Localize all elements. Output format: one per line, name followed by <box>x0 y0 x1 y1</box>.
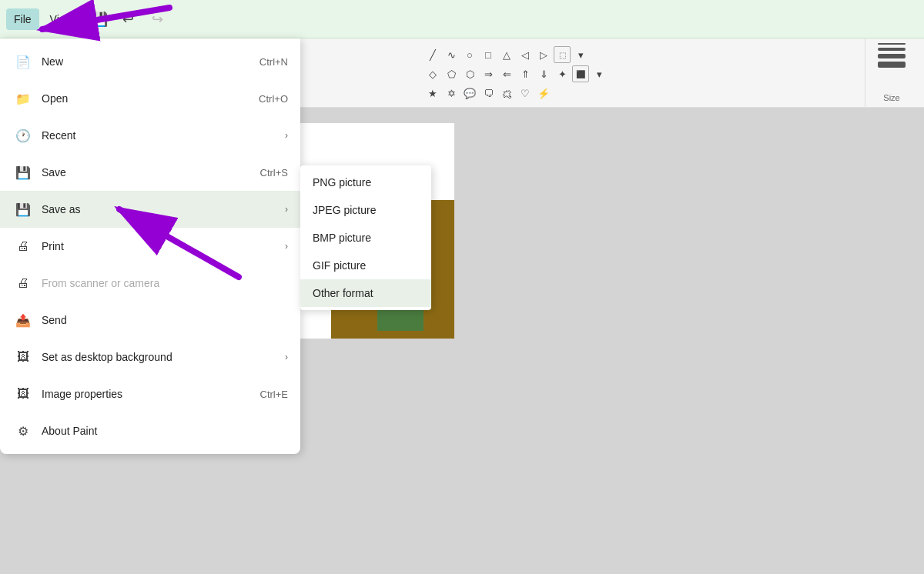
save-icon-btn[interactable]: 💾 <box>87 7 112 32</box>
lightning-shape[interactable]: ⚡ <box>535 85 552 102</box>
print-arrow: › <box>285 241 288 252</box>
pentagon-shape[interactable]: ⬠ <box>443 65 460 82</box>
arrow-l-shape[interactable]: ⇐ <box>498 65 515 82</box>
image-props-icon: 🖼 <box>12 383 34 405</box>
heart-shape[interactable]: ♡ <box>517 85 534 102</box>
image-props-shortcut: Ctrl+E <box>260 389 288 400</box>
about-label: About Paint <box>42 425 288 437</box>
size-3[interactable] <box>878 54 906 58</box>
arrow-right-shape[interactable]: ▷ <box>535 46 552 63</box>
submenu-jpeg[interactable]: JPEG picture <box>300 196 431 224</box>
menu-item-set-desktop[interactable]: 🖼 Set as desktop background › <box>0 339 300 375</box>
ellipse-shape[interactable]: ○ <box>461 46 478 63</box>
save-label: Save <box>42 166 260 179</box>
top-bar: File View 💾 ↩ ↪ <box>0 0 924 38</box>
submenu-other[interactable]: Other format <box>300 279 431 307</box>
menu-item-scanner: 🖨 From scanner or camera <box>0 265 300 302</box>
arrow-r2-shape[interactable]: ⇒ <box>480 65 497 82</box>
size-label: Size <box>883 90 899 102</box>
callout1-shape[interactable]: 💬 <box>461 85 478 102</box>
file-menu-button[interactable]: File <box>6 8 39 30</box>
rtriangle-shape[interactable]: ◁ <box>517 46 534 63</box>
save-as-label: Save as <box>42 203 279 215</box>
menu-item-recent[interactable]: 🕐 Recent › <box>0 117 300 154</box>
menu-item-new[interactable]: 📄 New Ctrl+N <box>0 43 300 80</box>
send-icon: 📤 <box>12 309 34 331</box>
set-desktop-label: Set as desktop background <box>42 351 279 363</box>
recent-icon: 🕐 <box>12 125 34 146</box>
rect-shape[interactable]: □ <box>480 46 497 63</box>
fill-dropdown[interactable]: ▾ <box>591 65 608 82</box>
desktop-arrow: › <box>285 352 288 362</box>
image-props-label: Image properties <box>42 388 260 400</box>
size-section: Size <box>865 38 918 107</box>
open-shortcut: Ctrl+O <box>259 93 288 105</box>
about-icon: ⚙ <box>12 420 34 442</box>
curve-shape[interactable]: ∿ <box>443 46 460 63</box>
menu-item-save[interactable]: 💾 Save Ctrl+S <box>0 154 300 191</box>
recent-arrow: › <box>285 130 288 141</box>
print-label: Print <box>42 240 279 252</box>
scanner-icon: 🖨 <box>12 272 34 294</box>
file-menu: 📄 New Ctrl+N 📁 Open Ctrl+O 🕐 Recent › 💾 … <box>0 38 300 454</box>
redo-icon-btn[interactable]: ↪ <box>146 7 170 32</box>
size-2[interactable] <box>878 48 906 51</box>
size-4[interactable] <box>878 62 906 68</box>
file-menu-overlay: 📄 New Ctrl+N 📁 Open Ctrl+O 🕐 Recent › 💾 … <box>0 38 300 454</box>
size-options <box>878 43 906 68</box>
send-label: Send <box>42 314 288 326</box>
hexagon-shape[interactable]: ⬡ <box>461 65 478 82</box>
new-icon: 📄 <box>12 51 34 72</box>
desktop-icon: 🖼 <box>12 346 34 368</box>
star5-shape[interactable]: ★ <box>424 85 441 102</box>
undo-icon-btn[interactable]: ↩ <box>116 7 141 32</box>
menu-item-image-props[interactable]: 🖼 Image properties Ctrl+E <box>0 375 300 412</box>
save-as-icon: 💾 <box>12 199 34 220</box>
menu-item-print[interactable]: 🖨 Print › <box>0 228 300 265</box>
diamond-shape[interactable]: ◇ <box>424 65 441 82</box>
view-menu-button[interactable]: View <box>42 8 81 30</box>
star4-shape[interactable]: ✦ <box>554 65 571 82</box>
quick-access-toolbar: 💾 ↩ ↪ <box>87 7 170 32</box>
menu-item-open[interactable]: 📁 Open Ctrl+O <box>0 80 300 117</box>
submenu-png[interactable]: PNG picture <box>300 169 431 196</box>
fill-btn[interactable]: ⬛ <box>572 65 589 82</box>
save-icon: 💾 <box>12 162 34 183</box>
triangle-shape[interactable]: △ <box>498 46 515 63</box>
print-icon: 🖨 <box>12 235 34 257</box>
star6-shape[interactable]: ✡ <box>443 85 460 102</box>
open-icon: 📁 <box>12 88 34 109</box>
menu-item-send[interactable]: 📤 Send <box>0 302 300 339</box>
open-label: Open <box>42 92 259 105</box>
save-as-arrow: › <box>285 204 288 215</box>
line-shape[interactable]: ╱ <box>424 46 441 63</box>
save-shortcut: Ctrl+S <box>260 167 288 179</box>
submenu-bmp[interactable]: BMP picture <box>300 224 431 252</box>
scanner-label: From scanner or camera <box>42 277 288 289</box>
recent-label: Recent <box>42 129 279 142</box>
shapes-grid: ╱ ∿ ○ □ △ ◁ ▷ ⬚ ▾ ◇ ⬠ ⬡ ⇒ ⇐ ⇑ ⇓ ✦ ⬛ ▾ <box>424 43 608 105</box>
menu-item-about[interactable]: ⚙ About Paint <box>0 412 300 449</box>
callout3-shape[interactable]: 🗯 <box>498 85 515 102</box>
arrow-d-shape[interactable]: ⇓ <box>535 65 552 82</box>
outline-btn[interactable]: ⬚ <box>554 46 571 63</box>
callout2-shape[interactable]: 🗨 <box>480 85 497 102</box>
outline-dropdown[interactable]: ▾ <box>572 46 589 63</box>
new-shortcut: Ctrl+N <box>259 56 288 68</box>
submenu-gif[interactable]: GIF picture <box>300 252 431 279</box>
menu-item-save-as[interactable]: 💾 Save as › <box>0 191 300 228</box>
size-1[interactable] <box>878 43 906 45</box>
arrow-u-shape[interactable]: ⇑ <box>517 65 534 82</box>
menu-bar: File View <box>6 8 81 30</box>
save-as-submenu: PNG picture JPEG picture BMP picture GIF… <box>300 165 431 310</box>
new-label: New <box>42 55 259 68</box>
